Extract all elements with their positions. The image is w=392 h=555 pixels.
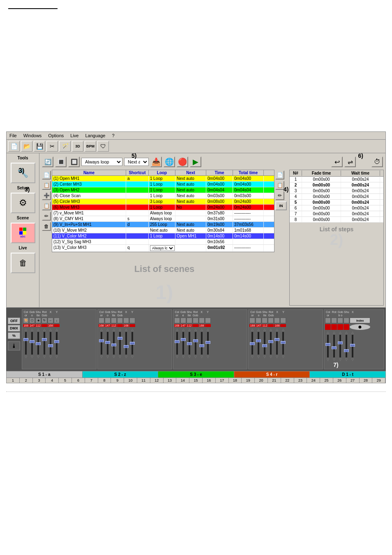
g3-fader-5[interactable] xyxy=(199,332,205,355)
table-row[interactable]: (9) V_In+Pu+St MH1 d 255 Loop Next auto … xyxy=(52,222,274,228)
fader-2[interactable] xyxy=(29,332,35,355)
steps-row[interactable]: 4 0m00s00 0m00s24 xyxy=(290,194,383,200)
live-button[interactable]: 🗑 xyxy=(11,253,35,273)
table-row[interactable]: (12) V_Sig Sag MH3 0m10s56 xyxy=(52,239,274,245)
table-row[interactable]: (1) Open MH1 a 1 Loop Next auto 0m04s00 … xyxy=(52,176,274,182)
g4-fader-6[interactable] xyxy=(280,332,286,355)
always-lc-dropdown[interactable]: Always lc xyxy=(150,245,175,251)
g2-fader-1[interactable] xyxy=(99,332,104,355)
table-row[interactable]: (10) V_Move MH2 Next auto Next auto 0m30… xyxy=(52,228,274,233)
g3-fader-3[interactable] xyxy=(187,332,192,355)
fader-1[interactable] xyxy=(23,332,29,355)
g3-fader-6[interactable] xyxy=(205,332,211,355)
clock-button[interactable]: ⏱ xyxy=(371,157,383,167)
fader-3[interactable] xyxy=(35,332,41,355)
steps-row[interactable]: 7 0m00s00 0m00s24 xyxy=(290,211,383,217)
table-row[interactable]: (7) v_Move MH1 Always loop 0m37s80 -----… xyxy=(52,210,274,216)
undo-button[interactable]: ↩ xyxy=(331,157,343,167)
g4-fader-1[interactable] xyxy=(249,332,255,355)
table-row[interactable]: (8) V_CMY MH1 s Always loop 0m31s00 ----… xyxy=(52,216,274,222)
loop-dropdown[interactable]: Always loop 1 Loop 2 Loop xyxy=(81,158,122,166)
steps-col-wait: Wait time xyxy=(341,170,380,176)
3d-button[interactable]: 3D xyxy=(72,141,83,152)
g3-fader-1[interactable] xyxy=(174,332,180,355)
scene-side-btn-3[interactable]: ➕ xyxy=(42,191,51,200)
fader-6[interactable] xyxy=(54,332,60,355)
menu-help[interactable]: ? xyxy=(111,133,115,138)
steps-col-n: N# xyxy=(290,170,302,176)
g5-fader-5[interactable] xyxy=(350,335,355,357)
scene-side-btn-4[interactable]: 📋 xyxy=(42,201,51,210)
steps-row[interactable]: 3 0m00s00 0m00s24 xyxy=(290,188,383,194)
left-side-buttons: 📄 📋 ➕ 📋 ✏ 🗑 xyxy=(41,170,52,252)
table-row[interactable]: (11) V_Color MH2 1 Loop Open MH1 0m14s00… xyxy=(52,233,274,239)
g4-fader-4[interactable] xyxy=(268,332,274,355)
table-row[interactable]: (2) Center MH3 1 Loop Next auto 0m04s00 … xyxy=(52,182,274,187)
new-button[interactable]: 📄 xyxy=(8,141,20,152)
g2-fader-5[interactable] xyxy=(123,332,129,355)
menu-options[interactable]: Options xyxy=(47,133,65,138)
scene-button[interactable]: abc xyxy=(11,223,35,243)
scene-side-btn-1[interactable]: 📄 xyxy=(42,170,51,180)
val-147-1: 147 xyxy=(29,324,35,327)
g2-fader-3[interactable] xyxy=(111,332,117,355)
table-row[interactable]: (3) Open MH2 1 Loop Next auto 0m04s04 0m… xyxy=(52,187,274,193)
scene-side-btn-2[interactable]: 📋 xyxy=(42,181,51,190)
in-button[interactable]: IN xyxy=(275,201,287,210)
steps-row[interactable]: 2 0m00s00 0m00s24 xyxy=(290,182,383,188)
steps-row[interactable]: 1 0m00s00 0m00s24 xyxy=(290,177,383,182)
play-button[interactable]: ▶ xyxy=(190,157,201,167)
g5-fader-3[interactable] xyxy=(337,335,343,357)
right-btn-1[interactable]: 📄 xyxy=(275,170,284,180)
g5-fader-2[interactable] xyxy=(331,335,337,357)
g4-fader-2[interactable] xyxy=(256,332,261,355)
steps-row[interactable]: 6 0m00s00 0m00s24 xyxy=(290,205,383,211)
setup-button[interactable]: ⚙ xyxy=(11,193,35,213)
right-btn-3[interactable]: ✏ xyxy=(275,191,284,200)
scene-side-btn-5[interactable]: ✏ xyxy=(42,212,51,221)
fader-5[interactable] xyxy=(48,332,53,355)
menu-live[interactable]: Live xyxy=(69,133,80,138)
g4-fader-5[interactable] xyxy=(274,332,280,355)
pattern2-button[interactable]: 🔲 xyxy=(68,157,80,167)
menu-language[interactable]: Language xyxy=(84,133,106,138)
edit-button[interactable]: ✂ xyxy=(46,141,58,152)
bpm-button[interactable]: BPM xyxy=(85,141,96,152)
shuffle-button[interactable]: ⇌ xyxy=(344,157,356,167)
wand-button[interactable]: 🪄 xyxy=(59,141,71,152)
off-button[interactable]: OFF xyxy=(8,318,20,324)
menu-windows[interactable]: Windows xyxy=(22,133,43,138)
save-button[interactable]: 💾 xyxy=(34,141,45,152)
table-row[interactable]: (6) Move MH3 1 Loop No 0m24s00 0m24s00 xyxy=(52,205,274,210)
next-dropdown[interactable]: Next auto Open MH1 No xyxy=(124,158,149,166)
table-row[interactable]: (13) V_Color MH3 q Always lc 0m01s92 ---… xyxy=(52,245,274,252)
g2-fader-2[interactable] xyxy=(105,332,111,355)
menu-file[interactable]: File xyxy=(8,133,18,138)
g2-fader-6[interactable] xyxy=(129,332,135,355)
open-button[interactable]: 📂 xyxy=(21,141,32,152)
steps-row[interactable]: 5 0m00s00 0m00s24 xyxy=(290,200,383,205)
steps-row[interactable]: 8 0m00s00 0m00s24 xyxy=(290,217,383,223)
input1-button[interactable]: 📥 xyxy=(150,157,162,167)
percent-button[interactable]: % xyxy=(8,332,20,339)
g5-fader-1[interactable] xyxy=(325,335,331,357)
g4-fader-3[interactable] xyxy=(262,332,267,355)
ch-26: 26 xyxy=(333,378,346,383)
input2-button[interactable]: 🌐 xyxy=(164,157,175,167)
g2-fader-4[interactable] xyxy=(117,332,123,355)
g3-fader-2[interactable] xyxy=(180,332,186,355)
table-row[interactable]: (5) Circle MH3 3 Loop Next auto 0m08s00 … xyxy=(52,199,274,205)
shield-button[interactable]: 🛡 xyxy=(97,141,109,152)
table-row[interactable]: (4) Close Scan 1 Loop Next auto 0m03s00 … xyxy=(52,193,274,199)
scene-side-btn-6[interactable]: 🗑 xyxy=(42,222,51,231)
fader-4[interactable] xyxy=(42,332,47,355)
refresh-button[interactable]: 🔄 xyxy=(42,157,53,167)
ball-button[interactable]: 🔴 xyxy=(177,157,188,167)
pattern1-button[interactable]: 🔳 xyxy=(55,157,67,167)
g2-icon-2 xyxy=(105,318,111,323)
g3-fader-4[interactable] xyxy=(193,332,198,355)
dmx-button[interactable]: DMX xyxy=(8,325,20,332)
right-btn-2[interactable]: 📋 xyxy=(275,181,284,190)
g5-fader-4[interactable] xyxy=(344,335,349,357)
ch-1: 1 xyxy=(7,378,20,383)
